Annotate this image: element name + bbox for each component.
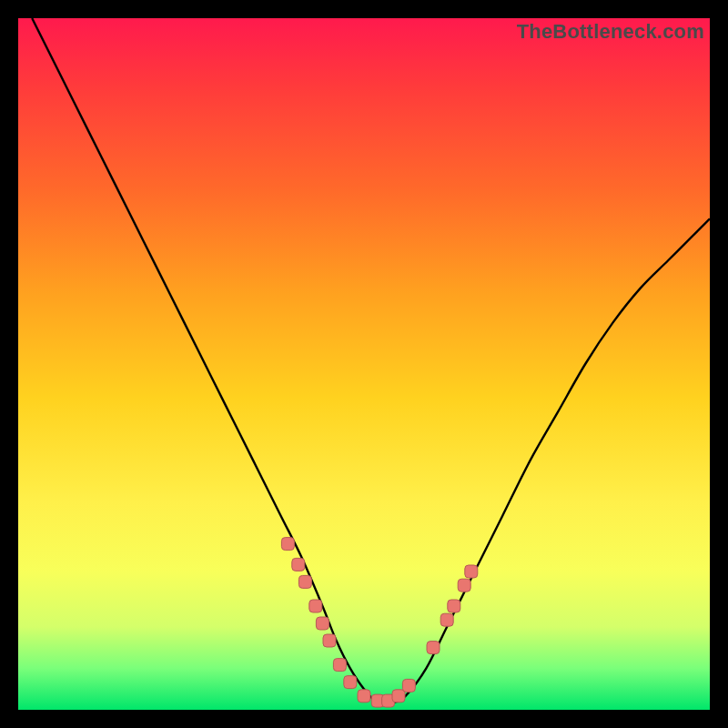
bottleneck-curve — [32, 18, 710, 704]
data-marker — [323, 634, 336, 647]
data-marker — [427, 642, 440, 654]
data-marker — [298, 575, 311, 588]
data-marker — [392, 690, 405, 703]
data-marker — [402, 679, 415, 692]
curve-layer — [18, 18, 710, 710]
data-marker — [344, 676, 357, 689]
data-marker — [309, 600, 322, 612]
data-marker — [281, 538, 294, 551]
data-marker — [458, 579, 470, 592]
data-marker — [440, 613, 453, 626]
data-marker — [465, 565, 478, 578]
data-marker — [292, 558, 305, 571]
chart-frame: TheBottleneck.com — [0, 0, 728, 728]
plot-area: TheBottleneck.com — [18, 18, 710, 710]
data-marker — [316, 617, 329, 630]
marker-layer — [281, 538, 477, 708]
data-marker — [333, 659, 346, 672]
data-marker — [448, 600, 460, 612]
data-marker — [358, 690, 370, 703]
